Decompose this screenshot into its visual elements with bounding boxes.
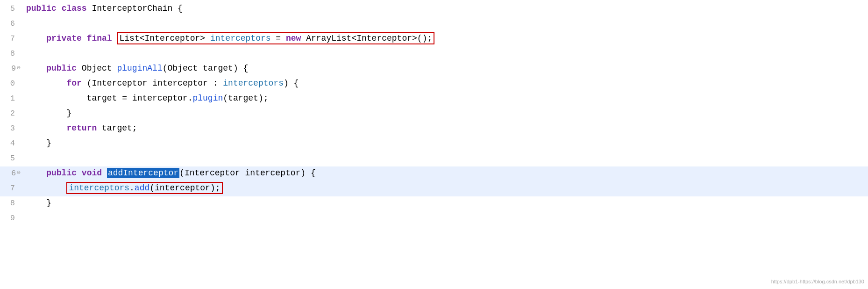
code-line-14: 4 } <box>0 137 868 152</box>
line-number-17: 7 <box>0 182 22 195</box>
line-number-19: 9 <box>0 212 22 224</box>
line-number-15: 5 <box>0 152 22 165</box>
code-content-18: } <box>22 196 868 210</box>
code-line-18: 8 } <box>0 196 868 211</box>
code-content-12: } <box>22 107 868 120</box>
code-line-15: 5 <box>0 152 868 166</box>
line-number-8: 8 <box>0 47 22 60</box>
code-line-17: 7 interceptors.add(interceptor); <box>0 181 868 196</box>
line-number-18: 8 <box>0 197 22 210</box>
code-content-13: return target; <box>22 122 868 135</box>
line-number-14: 4 <box>0 137 22 150</box>
line-number-16: 6⊖ <box>0 167 22 180</box>
code-line-10: 0 for (Interceptor interceptor : interce… <box>0 77 868 92</box>
line-number-9: 9⊖ <box>0 62 22 75</box>
code-line-12: 2 } <box>0 107 868 122</box>
code-line-6: 6 <box>0 17 868 32</box>
code-line-9: 9⊖ public Object pluginAll(Object target… <box>0 62 868 77</box>
code-content-10: for (Interceptor interceptor : intercept… <box>22 77 868 90</box>
code-content-5: public class InterceptorChain { <box>22 2 868 15</box>
code-content-17: interceptors.add(interceptor); <box>22 181 868 195</box>
code-content-15 <box>22 152 868 165</box>
line-number-6: 6 <box>0 17 22 30</box>
watermark: https://dpb1-https://blog.csdn.net/dpb13… <box>771 278 864 286</box>
line-number-11: 1 <box>0 92 22 105</box>
code-line-5: 5 public class InterceptorChain { <box>0 2 868 17</box>
code-container: 5 public class InterceptorChain { 6 7 pr… <box>0 0 868 289</box>
line-number-13: 3 <box>0 122 22 135</box>
code-content-14: } <box>22 137 868 150</box>
line-number-12: 2 <box>0 107 22 120</box>
code-line-7: 7 private final List<Interceptor> interc… <box>0 32 868 47</box>
code-content-19 <box>22 211 868 225</box>
line-number-10: 0 <box>0 77 22 90</box>
code-content-9: public Object pluginAll(Object target) { <box>22 62 868 75</box>
line-number-7: 7 <box>0 32 22 45</box>
code-line-13: 3 return target; <box>0 122 868 137</box>
code-content-16: public void addInterceptor(Interceptor i… <box>22 166 868 180</box>
code-line-19: 9 <box>0 211 868 226</box>
code-content-8 <box>22 47 868 60</box>
code-content-11: target = interceptor.plugin(target); <box>22 92 868 105</box>
line-number-5: 5 <box>0 2 22 15</box>
code-line-8: 8 <box>0 47 868 62</box>
code-content-7: private final List<Interceptor> intercep… <box>22 32 868 45</box>
code-content-6 <box>22 17 868 30</box>
code-line-11: 1 target = interceptor.plugin(target); <box>0 92 868 107</box>
code-line-16: 6⊖ public void addInterceptor(Intercepto… <box>0 166 868 181</box>
